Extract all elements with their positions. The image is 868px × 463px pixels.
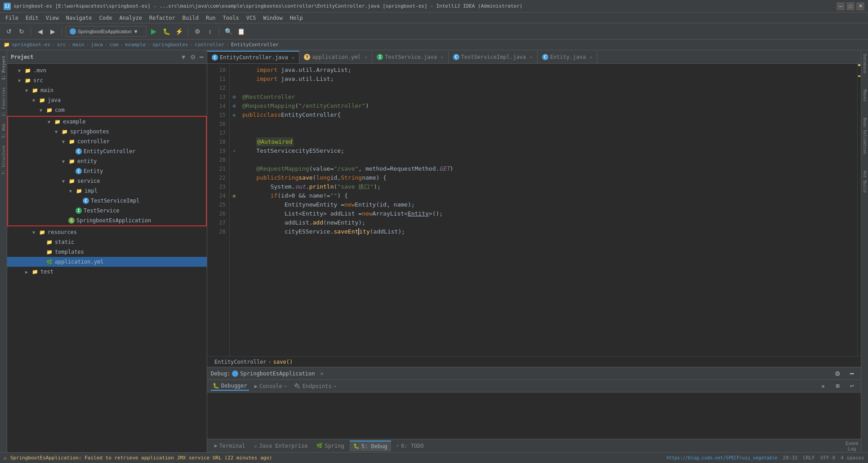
tree-impl-folder[interactable]: ▼ 📁 impl bbox=[8, 186, 206, 196]
status-crlf[interactable]: CRLF bbox=[803, 455, 815, 461]
toolbar-btn-1[interactable]: ↺ bbox=[4, 26, 14, 37]
menu-item-code[interactable]: Code bbox=[96, 14, 116, 22]
breadcrumb-example[interactable]: example bbox=[125, 42, 146, 48]
tree-test-service[interactable]: I TestService bbox=[8, 206, 206, 216]
tree-mvn[interactable]: ▼ 📁 .mvn bbox=[7, 66, 207, 75]
tab-test-service[interactable]: I TestService.java ✕ bbox=[372, 51, 448, 63]
run-button[interactable]: ▶ bbox=[148, 26, 159, 37]
debug-btn-3[interactable]: ↩ bbox=[846, 381, 857, 392]
tab-entity-controller[interactable]: C EntityController.java ✕ bbox=[207, 51, 299, 63]
menu-item-view[interactable]: View bbox=[42, 14, 62, 22]
tree-springbootes[interactable]: ▼ 📁 springbootes bbox=[8, 127, 206, 137]
tab-close-btn[interactable]: ✕ bbox=[292, 55, 295, 61]
toolbar-sync[interactable]: ↕ bbox=[205, 26, 215, 37]
menu-item-window[interactable]: Window bbox=[259, 14, 286, 22]
breadcrumb-springbootes[interactable]: springbootes bbox=[152, 42, 188, 48]
debug-settings-btn[interactable]: ⚙ bbox=[832, 368, 843, 379]
debug-tab-console[interactable]: ▶ Console → bbox=[253, 382, 289, 390]
menu-item-navigate[interactable]: Navigate bbox=[62, 14, 96, 22]
search-button[interactable]: 🔍 bbox=[223, 26, 234, 37]
menu-item-edit[interactable]: Edit bbox=[22, 14, 42, 22]
menu-item-vcs[interactable]: VCS bbox=[243, 14, 260, 22]
bottom-tab-terminal[interactable]: ▶ Terminal bbox=[211, 441, 249, 451]
right-tab-bean[interactable]: Bean Validation bbox=[862, 114, 868, 158]
tree-java[interactable]: ▼ 📁 java bbox=[7, 95, 207, 105]
tree-entity-folder[interactable]: ▼ 📁 entity bbox=[8, 156, 206, 166]
tab-close-btn[interactable]: ✕ bbox=[441, 54, 444, 60]
bottom-tab-debug[interactable]: 🐛 5: Debug bbox=[350, 441, 391, 451]
tab-close-btn[interactable]: ✕ bbox=[365, 54, 368, 60]
breadcrumb-src[interactable]: src bbox=[57, 42, 66, 48]
tab-test-service-impl[interactable]: C TestServiceImpl.java ✕ bbox=[449, 51, 538, 63]
debug-tabs-bar: 🐛 Debugger ▶ Console → 🔌 Endpoints → ≡ ⊞… bbox=[207, 380, 861, 392]
debug-tab-close[interactable]: ✕ bbox=[320, 370, 324, 377]
toolbar-btn-2[interactable]: ↻ bbox=[16, 26, 27, 37]
tree-springboot-app[interactable]: S SpringbootEsApplication bbox=[8, 216, 206, 225]
tree-application-yml[interactable]: 🌿 application.yml bbox=[7, 257, 207, 267]
maximize-button[interactable]: □ bbox=[846, 2, 855, 10]
debug-btn-1[interactable]: ≡ bbox=[818, 381, 828, 392]
tab-close-btn[interactable]: ✕ bbox=[589, 54, 592, 60]
breadcrumb-entity-controller[interactable]: EntityController bbox=[231, 42, 279, 48]
code-content[interactable]: import java.util.ArrayList; import java.… bbox=[239, 64, 857, 356]
status-encoding[interactable]: UTF-8 bbox=[820, 455, 835, 461]
status-indent[interactable]: 4 spaces bbox=[841, 455, 864, 461]
debug-btn-2[interactable]: ⊞ bbox=[832, 381, 843, 392]
project-settings-btn[interactable]: ⚙ bbox=[190, 53, 196, 61]
right-tab-maven[interactable]: Maven bbox=[862, 86, 868, 105]
tree-example[interactable]: ▼ 📁 example bbox=[8, 117, 206, 127]
event-log-btn[interactable]: Event Log bbox=[846, 441, 857, 451]
left-tab-structure[interactable]: 7: Structure bbox=[0, 142, 7, 178]
breadcrumb-controller[interactable]: controller bbox=[195, 42, 224, 48]
breadcrumb-main[interactable]: main bbox=[72, 42, 85, 48]
tree-service-folder[interactable]: ▼ 📁 service bbox=[8, 176, 206, 186]
tree-templates[interactable]: 📁 templates bbox=[7, 247, 207, 257]
tree-test-service-impl[interactable]: C TestServiceImpl bbox=[8, 196, 206, 206]
menu-item-file[interactable]: File bbox=[2, 14, 22, 22]
tab-application-yml[interactable]: Y application.yml ✕ bbox=[299, 51, 372, 63]
menu-item-build[interactable]: Build bbox=[179, 14, 202, 22]
debug-tab-debugger[interactable]: 🐛 Debugger bbox=[211, 382, 249, 391]
right-tab-database[interactable]: Database bbox=[862, 50, 868, 77]
bottom-tab-java-enterprise[interactable]: ☕ Java Enterprise bbox=[250, 441, 311, 451]
status-position[interactable]: 28:32 bbox=[783, 455, 797, 461]
tree-com[interactable]: ▼ 📁 com bbox=[7, 105, 207, 115]
tree-resources[interactable]: ▼ 📁 resources bbox=[7, 227, 207, 237]
bottom-tab-todo[interactable]: ✓ 6: TODO bbox=[393, 441, 427, 451]
tree-entity-class[interactable]: C Entity bbox=[8, 166, 206, 176]
debug-tab-endpoints[interactable]: 🔌 Endpoints → bbox=[292, 382, 338, 390]
breadcrumb-com[interactable]: com bbox=[109, 42, 118, 48]
menu-item-tools[interactable]: Tools bbox=[219, 14, 243, 22]
bottom-tab-spring[interactable]: 🌿 Spring bbox=[313, 441, 347, 451]
terminal-button[interactable]: 📋 bbox=[236, 26, 246, 37]
right-tab-ant[interactable]: Ant Build bbox=[862, 167, 868, 196]
tree-test[interactable]: ▶ 📁 test bbox=[7, 267, 207, 277]
run-config-selector[interactable]: SpringbootEsApplication ▼ bbox=[66, 26, 147, 37]
close-button[interactable]: ✕ bbox=[856, 2, 864, 10]
debug-button[interactable]: 🐛 bbox=[161, 26, 172, 37]
menu-item-refactor[interactable]: Refactor bbox=[146, 14, 179, 22]
tab-entity[interactable]: C Entity.java ✕ bbox=[538, 51, 597, 63]
tree-src[interactable]: ▼ 📁 src bbox=[7, 75, 207, 85]
left-tab-web[interactable]: 5: Web bbox=[0, 120, 7, 142]
menu-item-help[interactable]: Help bbox=[286, 14, 307, 22]
breadcrumb-java[interactable]: java bbox=[91, 42, 103, 48]
tree-entity-controller[interactable]: C EntityController bbox=[8, 146, 206, 156]
minimize-button[interactable]: ─ bbox=[837, 2, 845, 10]
menu-item-analyze[interactable]: Analyze bbox=[116, 14, 146, 22]
run-coverage-button[interactable]: ⚡ bbox=[174, 26, 184, 37]
breadcrumb-project[interactable]: springboot-es bbox=[12, 42, 50, 48]
debug-minimize-btn[interactable]: ━ bbox=[846, 368, 857, 379]
tree-static[interactable]: 📁 static bbox=[7, 237, 207, 247]
left-tab-project[interactable]: 1: Project bbox=[0, 52, 7, 84]
toolbar-build[interactable]: ⚙ bbox=[192, 26, 203, 37]
toolbar-btn-forward[interactable]: ▶ bbox=[47, 26, 58, 37]
tab-close-btn[interactable]: ✕ bbox=[530, 54, 533, 60]
project-collapse-btn[interactable]: ━ bbox=[200, 53, 203, 61]
toolbar-btn-back[interactable]: ◀ bbox=[35, 26, 45, 37]
left-tab-favorites[interactable]: 2: Favorites bbox=[0, 84, 7, 120]
tree-controller[interactable]: ▼ 📁 controller bbox=[8, 137, 206, 146]
project-expand-btn[interactable]: ▼ bbox=[180, 53, 187, 61]
tree-main[interactable]: ▼ 📁 main bbox=[7, 85, 207, 95]
menu-item-run[interactable]: Run bbox=[202, 14, 219, 22]
